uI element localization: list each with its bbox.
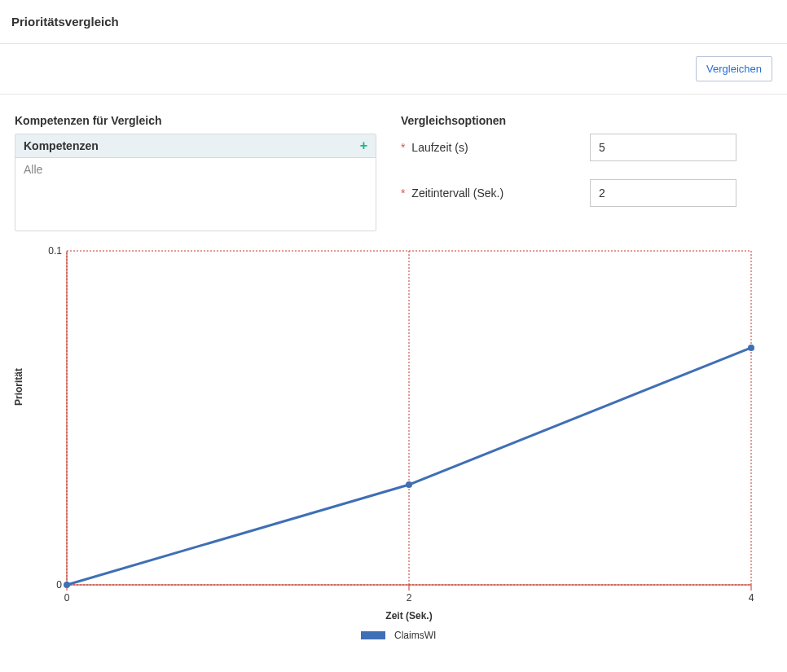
chart-area: Priorität 0 0.1 0 2 4 Zeit (Sek.) (11, 243, 776, 641)
series-point (748, 345, 754, 351)
options-title: Vergleichsoptionen (401, 114, 772, 127)
page-root: Prioritätsvergleich Vergleichen Kompeten… (0, 0, 787, 672)
required-asterisk: * (401, 187, 405, 200)
series-point (406, 481, 412, 488)
competencies-body: Alle (15, 158, 376, 181)
series-point (64, 582, 70, 588)
runtime-label-text: Laufzeit (s) (411, 141, 468, 154)
legend-label[interactable]: ClaimsWI (394, 630, 436, 641)
xtick-1: 2 (407, 592, 412, 604)
competencies-header-label: Kompetenzen (24, 139, 99, 152)
runtime-input[interactable] (590, 134, 736, 161)
ytick-1: 0.1 (48, 245, 62, 257)
required-asterisk: * (401, 141, 405, 154)
competencies-header: Kompetenzen + (15, 134, 376, 158)
config-row: Kompetenzen für Vergleich Kompetenzen + … (11, 94, 776, 238)
competencies-column: Kompetenzen für Vergleich Kompetenzen + … (15, 114, 376, 231)
page-title: Prioritätsvergleich (11, 15, 119, 29)
topbar: Prioritätsvergleich (0, 0, 787, 44)
interval-label: * Zeitintervall (Sek.) (401, 187, 580, 200)
ytick-0: 0 (56, 579, 62, 591)
competencies-title: Kompetenzen für Vergleich (15, 114, 376, 127)
action-bar: Vergleichen (0, 44, 787, 94)
option-row-runtime: * Laufzeit (s) (401, 134, 772, 161)
interval-input[interactable] (590, 179, 736, 207)
compare-button[interactable]: Vergleichen (696, 56, 772, 81)
chart-svg: 0 0.1 0 2 4 Zeit (Sek.) (34, 243, 767, 626)
add-icon[interactable]: + (360, 139, 367, 152)
option-row-interval: * Zeitintervall (Sek.) (401, 179, 772, 207)
xtick-2: 4 (749, 592, 754, 604)
x-axis-label: Zeit (Sek.) (385, 610, 432, 621)
runtime-label: * Laufzeit (s) (401, 141, 580, 154)
y-axis-title: Priorität (13, 368, 24, 406)
competencies-box: Kompetenzen + Alle (15, 134, 376, 231)
competency-item[interactable]: Alle (24, 163, 367, 176)
options-column: Vergleichsoptionen * Laufzeit (s) * Zeit… (401, 114, 772, 231)
interval-label-text: Zeitintervall (Sek.) (411, 187, 503, 200)
legend-swatch (361, 631, 385, 639)
legend: ClaimsWI (34, 629, 763, 641)
xtick-0: 0 (64, 592, 70, 604)
